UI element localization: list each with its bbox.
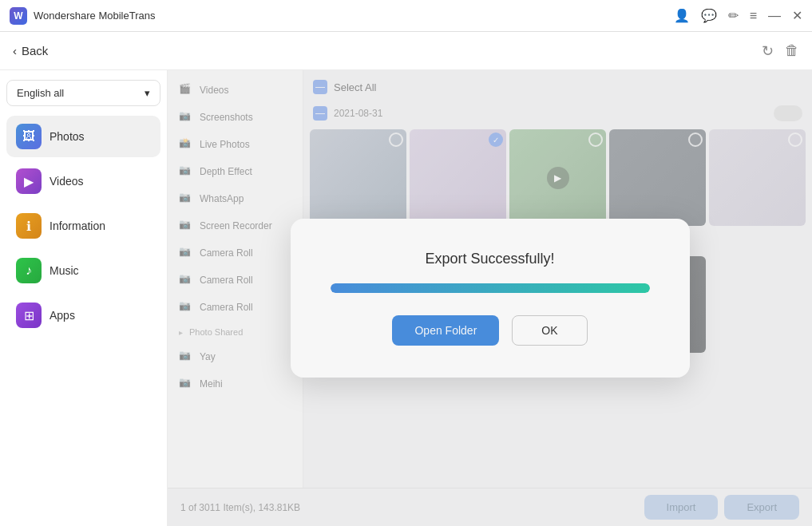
header-actions: ↻ 🗑	[762, 42, 799, 60]
back-arrow-icon: ‹	[13, 44, 17, 57]
ok-button[interactable]: OK	[512, 315, 587, 346]
open-folder-button[interactable]: Open Folder	[392, 315, 499, 346]
photos-icon: 🖼	[16, 124, 42, 149]
titlebar-left: W Wondershare MobileTrans	[10, 7, 155, 25]
sidebar-item-music[interactable]: ♪ Music	[6, 250, 160, 291]
minimize-icon[interactable]: —	[768, 9, 781, 23]
app-icon: W	[10, 7, 27, 25]
videos-icon: ▶	[16, 168, 42, 194]
header: ‹ Back ↻ 🗑	[0, 32, 812, 70]
sidebar-label-videos: Videos	[50, 175, 84, 188]
sidebar-item-videos[interactable]: ▶ Videos	[6, 160, 160, 202]
sidebar-label-information: Information	[50, 219, 105, 232]
sidebar-item-apps[interactable]: ⊞ Apps	[6, 295, 160, 336]
titlebar-controls: 👤 💬 ✏ ≡ — ✕	[674, 8, 802, 23]
close-icon[interactable]: ✕	[792, 8, 802, 23]
sidebar: English all ▾ 🖼 Photos ▶ Videos ℹ Inform…	[0, 70, 168, 526]
back-button[interactable]: ‹ Back	[13, 44, 48, 57]
content-area: 🎬 Videos 📷 Screenshots 📸 Live Photos 📷 D…	[168, 70, 812, 526]
menu-icon[interactable]: ≡	[750, 9, 757, 23]
sidebar-label-apps: Apps	[50, 309, 75, 322]
titlebar: W Wondershare MobileTrans 👤 💬 ✏ ≡ — ✕	[0, 0, 812, 32]
sidebar-label-photos: Photos	[50, 130, 85, 143]
modal-overlay: Export Successfully! Open Folder OK	[168, 70, 812, 526]
sidebar-item-photos[interactable]: 🖼 Photos	[6, 116, 160, 157]
music-icon: ♪	[16, 258, 42, 283]
progress-bar-fill	[331, 283, 650, 293]
trash-icon[interactable]: 🗑	[785, 42, 799, 59]
chat-icon[interactable]: 💬	[701, 8, 717, 23]
modal-buttons: Open Folder OK	[392, 315, 587, 346]
information-icon: ℹ	[16, 213, 42, 239]
sidebar-item-information[interactable]: ℹ Information	[6, 205, 160, 247]
app-title: Wondershare MobileTrans	[34, 10, 155, 22]
sidebar-label-music: Music	[50, 264, 79, 277]
back-label: Back	[22, 44, 48, 57]
progress-bar-track	[331, 283, 650, 293]
language-select[interactable]: English all ▾	[6, 80, 160, 106]
main-layout: English all ▾ 🖼 Photos ▶ Videos ℹ Inform…	[0, 70, 812, 526]
modal-title: Export Successfully!	[425, 251, 554, 267]
person-icon[interactable]: 👤	[674, 8, 690, 23]
language-value: English all	[17, 87, 64, 99]
chevron-down-icon: ▾	[145, 87, 150, 99]
refresh-icon[interactable]: ↻	[762, 42, 774, 60]
edit-icon[interactable]: ✏	[728, 8, 739, 23]
apps-icon: ⊞	[16, 303, 42, 328]
export-success-modal: Export Successfully! Open Folder OK	[291, 219, 690, 378]
